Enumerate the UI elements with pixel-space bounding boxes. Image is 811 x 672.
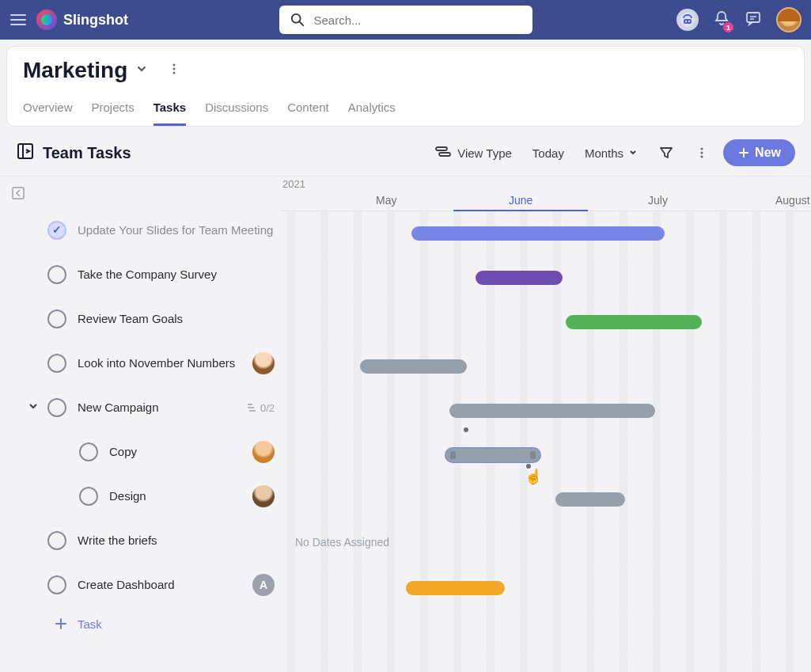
svg-point-8 — [173, 72, 176, 74]
hamburger-menu-icon[interactable] — [9, 11, 27, 28]
notifications-icon[interactable]: 1 — [713, 9, 730, 30]
messages-icon[interactable] — [745, 9, 762, 30]
logo-icon — [36, 9, 57, 30]
task-checkbox[interactable] — [47, 398, 66, 417]
assistant-avatar-icon[interactable] — [676, 9, 699, 31]
search-input[interactable] — [314, 13, 521, 27]
assignee-avatar[interactable] — [252, 485, 275, 507]
svg-point-14 — [701, 156, 703, 158]
chevron-down-icon[interactable] — [27, 400, 40, 416]
task-row[interactable]: Update Your Slides for Team Meeting — [9, 208, 281, 252]
subtask-count: 0/2 — [260, 402, 275, 414]
notification-badge: 1 — [723, 22, 733, 32]
svg-rect-15 — [13, 188, 24, 199]
svg-point-6 — [173, 64, 176, 66]
collapse-sidebar-icon[interactable] — [11, 186, 25, 203]
gantt-bar[interactable] — [566, 315, 702, 329]
add-task-button[interactable]: Task — [9, 607, 281, 640]
gantt-bar[interactable] — [360, 359, 467, 374]
task-checkbox[interactable] — [79, 487, 98, 506]
view-type-button[interactable]: View Type — [429, 141, 518, 165]
add-task-label: Task — [78, 617, 102, 631]
filter-icon — [658, 145, 674, 161]
gantt-timeline[interactable]: 2021 May June July August — [281, 177, 811, 672]
page-title-row: Marketing — [23, 58, 788, 83]
kebab-menu-icon[interactable] — [167, 62, 181, 79]
gantt-bar[interactable] — [445, 448, 540, 462]
user-avatar[interactable] — [776, 7, 802, 32]
month-label[interactable]: June — [509, 194, 532, 207]
month-label[interactable]: July — [648, 194, 668, 207]
task-checkbox[interactable] — [47, 221, 66, 240]
gantt-bar[interactable] — [406, 581, 505, 595]
tab-content[interactable]: Content — [287, 96, 329, 126]
filter-button[interactable] — [652, 140, 680, 165]
global-search[interactable] — [279, 6, 532, 34]
task-row[interactable]: Write the briefs — [9, 518, 281, 563]
tab-overview[interactable]: Overview — [23, 96, 73, 126]
gantt-bar[interactable] — [476, 271, 563, 285]
task-row[interactable]: Take the Company Survey — [9, 252, 281, 297]
svg-rect-11 — [439, 153, 450, 156]
new-button[interactable]: New — [723, 139, 795, 166]
assignee-avatar[interactable] — [252, 352, 275, 374]
workspace-tabs: Overview Projects Tasks Discussions Cont… — [23, 96, 788, 126]
tab-projects[interactable]: Projects — [92, 96, 135, 126]
tab-tasks[interactable]: Tasks — [153, 96, 186, 126]
gantt-bar[interactable] — [449, 404, 655, 418]
task-label: Design — [109, 488, 241, 504]
task-label: Look into November Numbers — [78, 355, 241, 371]
timeline-grid: ☝ No Dates Assigned — [281, 211, 811, 672]
task-checkbox[interactable] — [47, 265, 66, 284]
today-label: Today — [532, 146, 564, 160]
task-label: Write the briefs — [78, 533, 275, 549]
view-type-label: View Type — [457, 146, 512, 160]
page-title[interactable]: Marketing — [23, 58, 127, 83]
kebab-icon — [695, 146, 709, 160]
assignee-avatar[interactable]: A — [252, 574, 275, 596]
subtask-icon — [246, 402, 257, 413]
task-checkbox[interactable] — [47, 309, 66, 328]
month-label[interactable]: May — [376, 194, 396, 207]
task-row[interactable]: Review Team Goals — [9, 297, 281, 341]
no-dates-label: No Dates Assigned — [295, 536, 389, 549]
gantt-bar[interactable] — [555, 492, 625, 507]
content-area: Update Your Slides for Team Meeting Take… — [0, 176, 811, 672]
svg-rect-10 — [436, 147, 447, 150]
panel-title: Team Tasks — [43, 144, 131, 162]
month-label[interactable]: August — [775, 194, 810, 207]
panel-icon[interactable] — [16, 142, 35, 164]
task-list: Update Your Slides for Team Meeting Take… — [0, 177, 281, 672]
tab-discussions[interactable]: Discussions — [205, 96, 268, 126]
plus-icon — [737, 146, 750, 159]
svg-point-4 — [688, 21, 690, 22]
assignee-avatar[interactable] — [252, 441, 275, 463]
task-checkbox[interactable] — [79, 442, 98, 461]
task-checkbox[interactable] — [47, 575, 66, 594]
tab-analytics[interactable]: Analytics — [348, 96, 396, 126]
task-label: Update Your Slides for Team Meeting — [78, 222, 275, 238]
task-checkbox[interactable] — [47, 354, 66, 373]
plus-icon — [54, 617, 68, 631]
search-icon — [290, 13, 305, 27]
task-row[interactable]: Copy — [9, 430, 281, 474]
more-options-button[interactable] — [688, 141, 715, 165]
app-logo[interactable]: Slingshot — [36, 9, 128, 30]
task-row[interactable]: Design — [9, 474, 281, 518]
task-label: Review Team Goals — [78, 311, 275, 327]
chevron-down-icon — [628, 148, 638, 158]
cursor-icon: ☝ — [525, 468, 542, 485]
task-checkbox[interactable] — [47, 531, 66, 550]
dependency-node[interactable] — [464, 427, 468, 432]
timeline-header: May June July August — [281, 177, 811, 211]
chevron-down-icon[interactable] — [135, 63, 148, 78]
gantt-bar[interactable] — [411, 226, 665, 241]
svg-point-12 — [701, 148, 703, 150]
today-button[interactable]: Today — [526, 142, 570, 165]
timescale-button[interactable]: Months — [578, 142, 644, 165]
task-row[interactable]: New Campaign 0/2 — [9, 385, 281, 430]
task-label: Take the Company Survey — [78, 267, 275, 283]
svg-rect-2 — [684, 19, 692, 24]
task-row[interactable]: Create Dashboard A — [9, 563, 281, 607]
task-row[interactable]: Look into November Numbers — [9, 341, 281, 385]
